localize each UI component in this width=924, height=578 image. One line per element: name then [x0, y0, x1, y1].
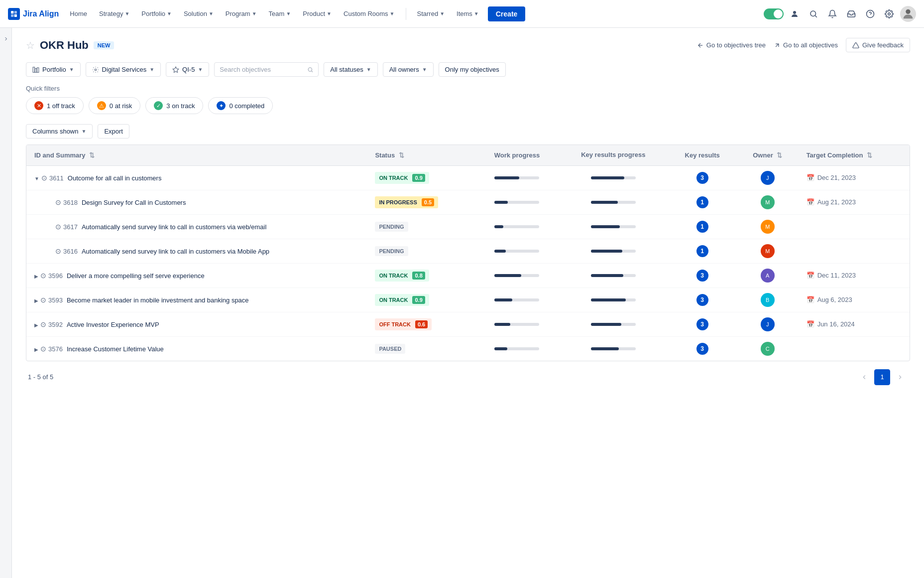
svg-rect-13	[35, 68, 37, 72]
search-box[interactable]	[214, 62, 319, 77]
completed-filter-button[interactable]: ✦ 0 completed	[208, 97, 273, 114]
quick-filters-label: Quick filters	[26, 85, 910, 92]
cell-id-summary: ⊙3617Automatically send survey link to c…	[26, 214, 367, 239]
owner-avatar: M	[761, 220, 775, 234]
next-page-button[interactable]	[892, 369, 908, 385]
chevron-down-icon: ▼	[366, 67, 371, 72]
nav-solution[interactable]: Solution ▼	[179, 7, 219, 20]
objective-icon: ⊙	[41, 174, 47, 182]
app-logo[interactable]: Jira Align	[8, 8, 59, 20]
export-button[interactable]: Export	[98, 124, 129, 139]
off-track-filter-button[interactable]: ✕ 1 off track	[26, 97, 84, 114]
table-row[interactable]: ▶⊙3576Increase Customer Lifetime ValuePA…	[26, 336, 910, 361]
at-risk-filter-button[interactable]: ⚠ 0 at risk	[89, 97, 141, 114]
quick-filters-row: ✕ 1 off track ⚠ 0 at risk ✓ 3 on track ✦…	[26, 97, 910, 114]
calendar-icon: 📅	[807, 198, 814, 206]
nav-custom-rooms[interactable]: Custom Rooms ▼	[339, 7, 399, 20]
inbox-icon[interactable]	[843, 6, 859, 22]
kr-progress-bar	[591, 347, 636, 350]
expand-icon[interactable]: ▶	[34, 274, 38, 279]
work-progress-bar	[494, 347, 539, 350]
cell-status: IN PROGRESS0.5	[367, 190, 475, 214]
goto-all-objectives-link[interactable]: Go to all objectives	[774, 41, 838, 49]
all-owners-filter[interactable]: All owners ▼	[383, 62, 434, 77]
work-progress-bar	[494, 201, 539, 204]
digital-services-filter[interactable]: Digital Services ▼	[86, 62, 161, 77]
qi5-filter[interactable]: QI-5 ▼	[166, 62, 209, 77]
cell-kr-progress	[559, 263, 668, 288]
cell-work-progress	[475, 288, 559, 312]
score-badge: 0.8	[412, 272, 425, 280]
key-results-badge: 3	[696, 172, 708, 184]
table-row[interactable]: ▼⊙3611Outcome for all call in customersO…	[26, 165, 910, 190]
key-results-badge: 3	[696, 318, 708, 330]
work-progress-bar	[494, 176, 539, 179]
svg-line-6	[815, 15, 816, 17]
page-1-button[interactable]: 1	[874, 369, 890, 385]
svg-point-4	[793, 11, 796, 14]
nav-product[interactable]: Product ▼	[298, 7, 337, 20]
nav-team[interactable]: Team ▼	[264, 7, 296, 20]
row-summary: Active Investor Experience MVP	[67, 321, 159, 328]
table-row[interactable]: ▶⊙3596Deliver a more compelling self ser…	[26, 263, 910, 288]
expand-icon[interactable]: ▶	[34, 322, 38, 328]
cell-owner: C	[737, 336, 799, 361]
cell-id-summary: ▼⊙3611Outcome for all call in customers	[26, 165, 367, 190]
columns-shown-button[interactable]: Columns shown ▼	[26, 124, 93, 139]
portfolio-filter[interactable]: Portfolio ▼	[26, 62, 81, 77]
nav-portfolio[interactable]: Portfolio ▼	[136, 7, 177, 20]
table-row[interactable]: ▶⊙3592Active Investor Experience MVPOFF …	[26, 312, 910, 336]
only-my-objectives-filter[interactable]: Only my objectives	[439, 62, 506, 77]
prev-page-button[interactable]	[856, 369, 872, 385]
row-id: 3576	[48, 345, 63, 353]
score-badge: 0.6	[415, 320, 428, 328]
search-input[interactable]	[220, 66, 304, 73]
create-button[interactable]: Create	[488, 6, 526, 21]
objective-icon: ⊙	[55, 223, 61, 231]
feature-toggle[interactable]	[764, 8, 784, 19]
table-row[interactable]: ⊙3618Design Survey for Call in Customers…	[26, 190, 910, 214]
all-statuses-filter[interactable]: All statuses ▼	[324, 62, 377, 77]
kr-progress-bar	[591, 176, 636, 179]
cell-work-progress	[475, 190, 559, 214]
sort-icon: ⇅	[867, 151, 872, 159]
give-feedback-button[interactable]: Give feedback	[846, 38, 910, 52]
owner-avatar: M	[761, 244, 775, 258]
table-row[interactable]: ▶⊙3593Become market leader in mobile inv…	[26, 288, 910, 312]
notifications-icon[interactable]	[824, 6, 840, 22]
expand-icon[interactable]: ▶	[34, 347, 38, 352]
sidebar-toggle[interactable]	[0, 28, 12, 578]
nav-strategy[interactable]: Strategy ▼	[94, 7, 134, 20]
table-row[interactable]: ⊙3616Automatically send survey link to c…	[26, 239, 910, 263]
settings-icon[interactable]	[881, 6, 897, 22]
chevron-down-icon: ▼	[286, 11, 291, 16]
help-icon[interactable]	[862, 6, 878, 22]
row-id: 3617	[63, 223, 78, 231]
cell-id-summary: ⊙3616Automatically send survey link to c…	[26, 239, 367, 263]
svg-rect-3	[14, 14, 17, 16]
cell-status: PENDING	[367, 214, 475, 239]
expand-icon[interactable]: ▶	[34, 298, 38, 303]
favorite-star-icon[interactable]: ☆	[26, 39, 35, 51]
cell-work-progress	[475, 312, 559, 336]
work-progress-bar	[494, 225, 539, 228]
calendar-icon: 📅	[807, 272, 814, 279]
chevron-down-icon: ▼	[327, 11, 332, 16]
cell-work-progress	[475, 239, 559, 263]
table-header-row: ID and Summary ⇅ Status ⇅ Work progress	[26, 145, 910, 165]
on-track-filter-button[interactable]: ✓ 3 on track	[145, 97, 203, 114]
chevron-down-icon: ▼	[252, 11, 257, 16]
expand-icon[interactable]: ▼	[34, 176, 39, 181]
goto-objectives-tree-link[interactable]: Go to objectives tree	[697, 41, 766, 49]
toggle-switch[interactable]	[764, 8, 784, 19]
nav-home[interactable]: Home	[65, 7, 92, 20]
sort-icon: ⇅	[399, 151, 404, 159]
nav-starred[interactable]: Starred ▼	[412, 7, 450, 20]
cell-kr-progress	[559, 312, 668, 336]
user-avatar[interactable]	[900, 6, 916, 22]
profile-icon[interactable]	[787, 6, 803, 22]
search-icon[interactable]	[806, 6, 821, 22]
nav-items[interactable]: Items ▼	[452, 7, 484, 20]
nav-program[interactable]: Program ▼	[221, 7, 262, 20]
table-row[interactable]: ⊙3617Automatically send survey link to c…	[26, 214, 910, 239]
